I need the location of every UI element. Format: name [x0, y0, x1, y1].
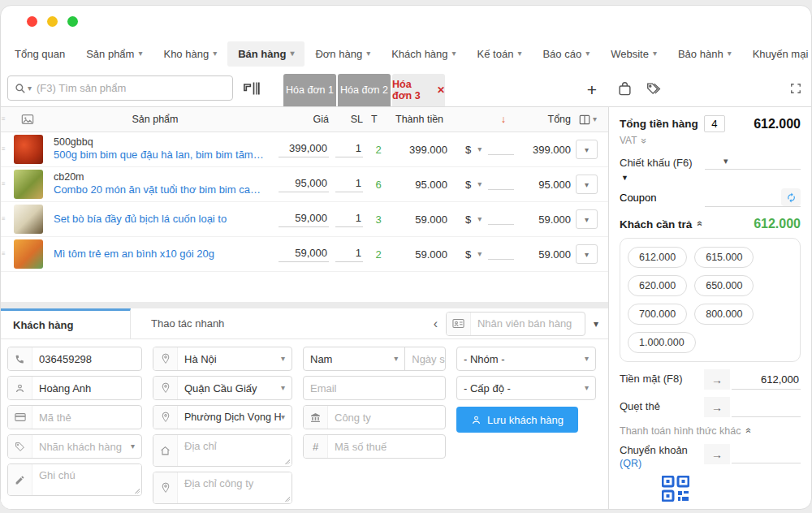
nav-website[interactable]: Website▾: [600, 41, 667, 67]
card-input[interactable]: [32, 412, 141, 424]
transfer-input[interactable]: [732, 447, 801, 459]
vat-label[interactable]: VAT: [620, 135, 637, 146]
discount-type-dropdown[interactable]: $▾: [456, 213, 514, 226]
amount-pill[interactable]: 800.000: [694, 304, 754, 325]
nav-bao-cao[interactable]: Báo cáo▾: [532, 41, 600, 67]
price-field[interactable]: 95,000: [279, 177, 329, 192]
nav-ban-hang[interactable]: Bán hàng▾: [227, 41, 304, 67]
table-row[interactable]: ≡ Set bò bía đầy đủ bịch lá cuốn loại to…: [1, 202, 608, 237]
transfer-qr-label[interactable]: (QR): [620, 458, 641, 469]
discount-type-dropdown[interactable]: $▾: [456, 179, 514, 191]
refresh-icon[interactable]: [781, 188, 801, 206]
company-address-input[interactable]: [178, 472, 292, 503]
row-expand-button[interactable]: ▾: [576, 244, 598, 264]
note-input[interactable]: [32, 464, 141, 495]
transfer-fill-button[interactable]: →: [704, 444, 730, 464]
name-input[interactable]: [32, 382, 141, 394]
barcode-scanner-icon[interactable]: [243, 80, 261, 97]
table-row[interactable]: ≡ 500gbbq500g bim bim que đậu hà lan, bi…: [1, 132, 608, 167]
coupon-input[interactable]: [705, 188, 801, 207]
add-invoice-button[interactable]: +: [587, 81, 608, 98]
card-fill-button[interactable]: →: [704, 397, 730, 417]
col-subtotal[interactable]: Thành tiền: [391, 114, 456, 125]
search-input[interactable]: [37, 82, 232, 94]
double-chevron-up-icon[interactable]: »: [742, 429, 754, 433]
customer-label-select[interactable]: Nhãn khách hàng ▾: [7, 434, 142, 459]
city-select[interactable]: Hà Nội ▾: [153, 347, 292, 371]
drag-handle-icon[interactable]: ≡: [1, 146, 9, 153]
drag-handle-icon[interactable]: ≡: [1, 251, 9, 257]
nav-kho-hang[interactable]: Kho hàng▾: [153, 41, 227, 67]
level-select[interactable]: - Cấp độ - ▾: [456, 376, 596, 400]
tab-hoa-don-1[interactable]: Hóa đơn 1: [283, 74, 336, 106]
amount-pill[interactable]: 612.000: [628, 247, 687, 268]
card-input[interactable]: [732, 401, 801, 413]
discount-type-dropdown[interactable]: $▾: [456, 144, 514, 156]
nav-khuyen-mai[interactable]: Khuyến mại▾: [742, 41, 812, 67]
nav-khach-hang[interactable]: Khách hàng▾: [381, 41, 466, 67]
discount-input[interactable]: [488, 213, 514, 225]
save-customer-button[interactable]: Lưu khách hàng: [456, 407, 578, 433]
col-total[interactable]: Tổng: [514, 114, 576, 125]
discount-input[interactable]: [705, 155, 801, 170]
collapse-panel-icon[interactable]: ▾: [594, 319, 598, 329]
nav-san-pham[interactable]: Sản phẩm▾: [76, 41, 153, 67]
tab-hoa-don-2[interactable]: Hóa đơn 2: [338, 74, 391, 106]
quantity-field[interactable]: 1: [335, 212, 363, 227]
col-qty[interactable]: SL: [329, 114, 366, 125]
nav-don-hang[interactable]: Đơn hàng▾: [304, 41, 381, 67]
address-input[interactable]: [178, 435, 292, 466]
company-input[interactable]: [328, 412, 445, 424]
drag-handle-icon[interactable]: ≡: [1, 181, 9, 188]
amount-pill[interactable]: 615.000: [694, 247, 754, 268]
other-methods-label[interactable]: Thanh toán hình thức khác: [620, 425, 741, 437]
cash-fill-button[interactable]: →: [704, 369, 730, 390]
taxcode-input[interactable]: [328, 441, 445, 453]
discount-input[interactable]: [488, 248, 514, 260]
minimize-window-button[interactable]: [47, 16, 58, 27]
district-select[interactable]: Quận Cầu Giấy ▾: [153, 376, 292, 400]
tab-hoa-don-3[interactable]: Hóa đơn 3 ✕: [392, 74, 445, 106]
email-input[interactable]: [304, 382, 446, 394]
dob-input[interactable]: [405, 353, 446, 365]
sort-desc-icon[interactable]: ↓: [456, 114, 514, 125]
gender-select[interactable]: Nam▾: [304, 347, 404, 370]
col-stock[interactable]: T: [366, 114, 391, 125]
product-name-link[interactable]: 500g bim bim que đậu hà lan, bim bim tăm…: [54, 149, 264, 162]
bag-icon[interactable]: [618, 81, 632, 97]
quantity-field[interactable]: 1: [335, 247, 363, 262]
amount-pill[interactable]: 1.000.000: [628, 332, 696, 353]
tab-khach-hang[interactable]: Khách hàng: [1, 308, 131, 338]
price-field[interactable]: 59,000: [279, 212, 329, 227]
amount-pill[interactable]: 700.000: [628, 304, 687, 325]
row-expand-button[interactable]: ▾: [576, 140, 598, 159]
chevron-left-icon[interactable]: ‹: [434, 317, 438, 331]
row-expand-button[interactable]: ▾: [576, 209, 598, 229]
amount-pill[interactable]: 650.000: [694, 275, 754, 296]
col-price[interactable]: Giá: [264, 114, 329, 125]
fullscreen-icon[interactable]: [790, 83, 801, 94]
discount-type-dropdown[interactable]: $▾: [456, 248, 514, 261]
price-field[interactable]: 399,000: [279, 142, 329, 157]
amount-pill[interactable]: 620.000: [628, 275, 687, 296]
drag-handle-icon[interactable]: ≡: [1, 216, 9, 222]
row-expand-button[interactable]: ▾: [576, 175, 598, 194]
nav-tong-quan[interactable]: Tổng quan: [4, 41, 76, 67]
ward-select[interactable]: Phường Dịch Vọng Hậu ▾: [153, 405, 292, 429]
phone-input[interactable]: [32, 353, 141, 365]
nav-bao-hanh[interactable]: Bảo hành▾: [667, 41, 742, 67]
discount-input[interactable]: [488, 144, 514, 155]
item-count[interactable]: 4: [704, 115, 725, 132]
product-name-link[interactable]: Mì tôm trẻ em an bình x10 gói 20g: [54, 248, 264, 261]
quantity-field[interactable]: 1: [335, 142, 363, 157]
price-tags-icon[interactable]: [645, 81, 662, 97]
close-window-button[interactable]: [27, 16, 37, 27]
double-chevron-down-icon[interactable]: »: [637, 138, 649, 143]
qr-code-icon[interactable]: [662, 476, 801, 502]
product-name-link[interactable]: Set bò bía đầy đủ bịch lá cuốn loại to: [54, 213, 264, 226]
table-row[interactable]: ≡ Mì tôm trẻ em an bình x10 gói 20g 59,0…: [1, 237, 608, 272]
col-product[interactable]: Sản phẩm: [46, 114, 264, 125]
chevron-down-icon[interactable]: ▾: [723, 157, 728, 166]
nav-ke-toan[interactable]: Kế toán▾: [467, 41, 533, 67]
price-field[interactable]: 59,000: [279, 247, 329, 262]
